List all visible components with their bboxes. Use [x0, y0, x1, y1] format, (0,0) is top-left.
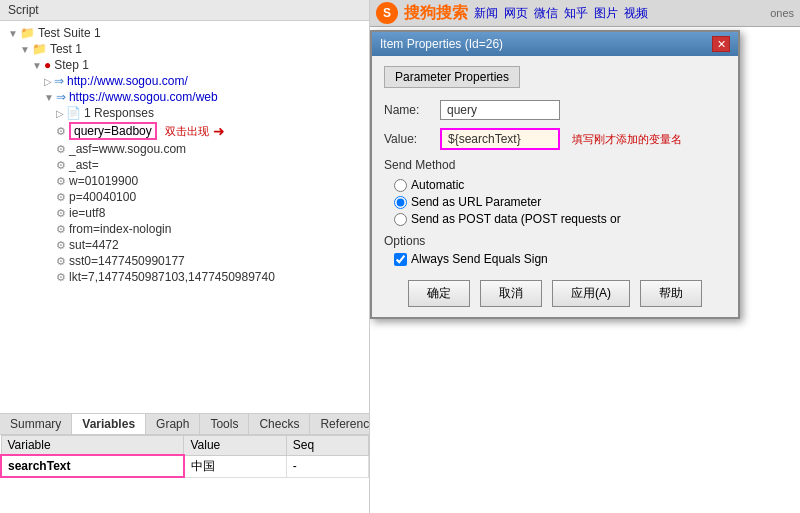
- param-label: ie=utf8: [69, 206, 105, 220]
- dialog-value-input[interactable]: ${searchText}: [440, 128, 560, 150]
- param-label: _ast=: [69, 158, 99, 172]
- radio-automatic[interactable]: Automatic: [394, 178, 726, 192]
- dialog-options-label: Options: [384, 234, 726, 248]
- table-row[interactable]: searchText 中国 -: [1, 455, 369, 477]
- param-icon: ⚙: [56, 207, 66, 220]
- site-title: 搜狗搜索: [404, 3, 468, 24]
- col-variable: Variable: [1, 436, 184, 456]
- dialog-checkbox-input[interactable]: [394, 253, 407, 266]
- expand-icon: ▷: [56, 108, 64, 119]
- param-label: lkt=7,1477450987103,1477450989740: [69, 270, 275, 284]
- param-icon: ⚙: [56, 239, 66, 252]
- dialog-titlebar: Item Properties (Id=26) ✕: [372, 32, 738, 56]
- tree-item-responses[interactable]: ▷ 📄 1 Responses: [0, 105, 369, 121]
- left-panel: Script ▼ 📁 Test Suite 1 ▼ 📁 Test 1 ▼ ● S…: [0, 0, 370, 513]
- tree-item-query[interactable]: ⚙ query=Badboy 双击出现 ➜: [0, 121, 369, 141]
- folder-icon: 📁: [32, 42, 47, 56]
- folder-icon: 📁: [20, 26, 35, 40]
- dialog-confirm-button[interactable]: 确定: [408, 280, 470, 307]
- script-tab-label: Script: [8, 3, 39, 17]
- param-icon: ⚙: [56, 159, 66, 172]
- tree-item-param-7[interactable]: ⚙ sst0=1477450990177: [0, 253, 369, 269]
- tab-graph[interactable]: Graph: [146, 414, 200, 434]
- bottom-tab-bar: Summary Variables Graph Tools Checks Ref…: [0, 414, 369, 435]
- item-properties-dialog: Item Properties (Id=26) ✕ Parameter Prop…: [370, 30, 740, 319]
- cell-seq: -: [286, 455, 368, 477]
- cell-value: 中国: [184, 455, 286, 477]
- expand-icon: ▼: [32, 60, 42, 71]
- dialog-radio-group: Automatic Send as URL Parameter Send as …: [394, 178, 726, 226]
- param-label: p=40040100: [69, 190, 136, 204]
- tree-area: ▼ 📁 Test Suite 1 ▼ 📁 Test 1 ▼ ● Step 1 ▷…: [0, 21, 369, 413]
- tree-item-param-3[interactable]: ⚙ p=40040100: [0, 189, 369, 205]
- url-icon: ⇒: [54, 74, 64, 88]
- dialog-checkbox-label: Always Send Equals Sign: [411, 252, 548, 266]
- double-click-annotation: 双击出现: [165, 124, 209, 139]
- dialog-body: Parameter Properties Name: query Value: …: [372, 56, 738, 317]
- testsuite-label: Test Suite 1: [38, 26, 101, 40]
- nav-video[interactable]: 视频: [624, 5, 648, 22]
- param-icon: ⚙: [56, 175, 66, 188]
- param-label: w=01019900: [69, 174, 138, 188]
- step-icon: ●: [44, 58, 51, 72]
- dialog-name-value: query: [440, 100, 560, 120]
- dialog-cancel-button[interactable]: 取消: [480, 280, 542, 307]
- tab-checks[interactable]: Checks: [249, 414, 310, 434]
- tree-item-test1[interactable]: ▼ 📁 Test 1: [0, 41, 369, 57]
- tree-item-step1[interactable]: ▼ ● Step 1: [0, 57, 369, 73]
- dialog-send-method-label: Send Method: [384, 158, 726, 172]
- tree-item-url2[interactable]: ▼ ⇒ https://www.sogou.com/web: [0, 89, 369, 105]
- dialog-tab-label: Parameter Properties: [395, 70, 509, 84]
- dialog-help-button[interactable]: 帮助: [640, 280, 702, 307]
- dialog-name-row: Name: query: [384, 100, 726, 120]
- tab-tools[interactable]: Tools: [200, 414, 249, 434]
- radio-url-param-input[interactable]: [394, 196, 407, 209]
- tree-item-param-6[interactable]: ⚙ sut=4472: [0, 237, 369, 253]
- dialog-close-button[interactable]: ✕: [712, 36, 730, 52]
- dialog-button-row: 确定 取消 应用(A) 帮助: [384, 280, 726, 307]
- param-icon: ⚙: [56, 191, 66, 204]
- tree-item-url1[interactable]: ▷ ⇒ http://www.sogou.com/: [0, 73, 369, 89]
- dialog-value-annotation: 填写刚才添加的变量名: [572, 132, 682, 147]
- nav-weixin[interactable]: 微信: [534, 5, 558, 22]
- tree-item-param-1[interactable]: ⚙ _ast=: [0, 157, 369, 173]
- tree-item-param-5[interactable]: ⚙ from=index-nologin: [0, 221, 369, 237]
- radio-automatic-input[interactable]: [394, 179, 407, 192]
- query-label: query=Badboy: [69, 122, 157, 140]
- radio-post-input[interactable]: [394, 213, 407, 226]
- dialog-parameter-tab[interactable]: Parameter Properties: [384, 66, 520, 88]
- url-icon: ⇒: [56, 90, 66, 104]
- nav-images[interactable]: 图片: [594, 5, 618, 22]
- param-icon: ⚙: [56, 125, 66, 138]
- param-icon: ⚙: [56, 223, 66, 236]
- browser-bar: S 搜狗搜索 新闻 网页 微信 知乎 图片 视频 ones: [370, 0, 800, 27]
- expand-icon: ▷: [44, 76, 52, 87]
- tree-item-param-0[interactable]: ⚙ _asf=www.sogou.com: [0, 141, 369, 157]
- tree-item-param-8[interactable]: ⚙ lkt=7,1477450987103,1477450989740: [0, 269, 369, 285]
- tree-item-testsuite[interactable]: ▼ 📁 Test Suite 1: [0, 25, 369, 41]
- bottom-table-area: Variable Value Seq searchText 中国 -: [0, 435, 369, 513]
- script-tab[interactable]: Script: [0, 0, 369, 21]
- tree-item-param-2[interactable]: ⚙ w=01019900: [0, 173, 369, 189]
- tree-item-param-4[interactable]: ⚙ ie=utf8: [0, 205, 369, 221]
- radio-post[interactable]: Send as POST data (POST requests or: [394, 212, 726, 226]
- radio-automatic-label: Automatic: [411, 178, 464, 192]
- tab-summary[interactable]: Summary: [0, 414, 72, 434]
- param-label: from=index-nologin: [69, 222, 171, 236]
- param-icon: ⚙: [56, 255, 66, 268]
- nav-zhihu[interactable]: 知乎: [564, 5, 588, 22]
- nav-web[interactable]: 网页: [504, 5, 528, 22]
- param-label: sut=4472: [69, 238, 119, 252]
- tab-variables[interactable]: Variables: [72, 414, 146, 434]
- nav-news[interactable]: 新闻: [474, 5, 498, 22]
- sogou-logo: S: [376, 2, 398, 24]
- dialog-checkbox-row[interactable]: Always Send Equals Sign: [394, 252, 726, 266]
- expand-icon: ▼: [44, 92, 54, 103]
- right-side-text: ones: [770, 7, 794, 19]
- radio-post-label: Send as POST data (POST requests or: [411, 212, 621, 226]
- param-label: sst0=1477450990177: [69, 254, 185, 268]
- dialog-apply-button[interactable]: 应用(A): [552, 280, 630, 307]
- expand-icon: ▼: [20, 44, 30, 55]
- radio-url-param[interactable]: Send as URL Parameter: [394, 195, 726, 209]
- response-icon: 📄: [66, 106, 81, 120]
